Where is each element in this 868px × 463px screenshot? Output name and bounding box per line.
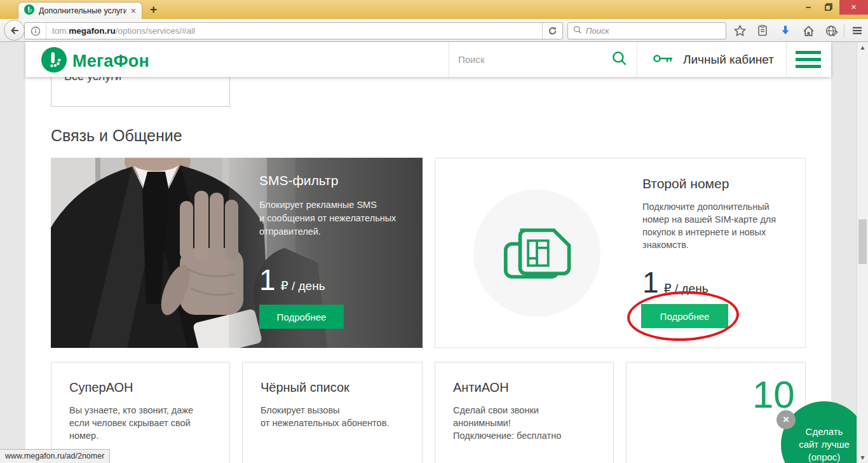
home-icon[interactable] xyxy=(797,24,820,38)
bookmarks-list-icon[interactable] xyxy=(751,24,774,37)
second-number-title: Второй номер xyxy=(642,176,789,191)
browser-tab[interactable]: Дополнительные услуги — × xyxy=(18,2,142,19)
search-icon xyxy=(573,25,582,37)
antiaon-description: Сделай свои звонки анонимными! Подключен… xyxy=(453,404,613,442)
scrollbar-down-arrow[interactable]: ▼ xyxy=(857,454,868,461)
blacklist-title: Чёрный список xyxy=(261,380,422,395)
card-sms-filter[interactable]: SMS-фильтр Блокирует рекламные SMS и соо… xyxy=(51,158,423,348)
personal-account-label: Личный кабинет xyxy=(683,53,774,67)
browser-search-placeholder: Поиск xyxy=(586,26,609,36)
card-superaon[interactable]: СуперАОН Вы узнаете, кто звонит, даже ес… xyxy=(51,362,230,463)
card-second-number[interactable]: Второй номер Подключите дополнительный н… xyxy=(435,158,806,348)
site-wrapper: МегаФон Поиск Личный кабинет Все услуги xyxy=(25,42,831,463)
browser-toolbar-icons xyxy=(728,19,868,42)
site-search-icon[interactable] xyxy=(611,50,628,69)
antiaon-title: АнтиАОН xyxy=(453,380,613,395)
card-antiaon[interactable]: АнтиАОН Сделай свои звонки анонимными! П… xyxy=(435,362,614,463)
second-number-description: Подключите дополнительный номер на вашей… xyxy=(642,200,789,251)
sms-card-title: SMS-фильтр xyxy=(259,173,418,188)
megafon-logo-icon xyxy=(41,47,67,75)
site-menu-hamburger-icon[interactable] xyxy=(796,51,821,68)
tab-favicon-megafon-icon xyxy=(24,4,34,17)
megafon-logo-text: МегаФон xyxy=(72,52,149,71)
card-blacklist[interactable]: Чёрный список Блокирует вызовы от нежела… xyxy=(242,362,423,463)
url-bar[interactable]: tom.megafon.ru/options/services/#all xyxy=(24,22,563,39)
site-search-placeholder: Поиск xyxy=(458,54,611,65)
browser-titlebar: Дополнительные услуги — × + – × xyxy=(0,0,868,19)
sms-card-price: 1 ₽ / день xyxy=(259,263,325,297)
page-scrollbar[interactable]: ▲ ▼ xyxy=(857,42,868,463)
section-title: Связь и Общение xyxy=(51,127,182,145)
all-services-dropdown[interactable]: Все услуги xyxy=(51,75,230,107)
second-number-price: 1 ₽ / день xyxy=(642,265,709,300)
megafon-logo[interactable]: МегаФон xyxy=(41,47,149,75)
new-tab-button[interactable]: + xyxy=(150,3,157,17)
sms-card-description: Блокирует рекламные SMS и сообщения от н… xyxy=(259,198,418,238)
page-viewport: МегаФон Поиск Личный кабинет Все услуги xyxy=(0,42,868,463)
page-actions-globe-icon[interactable] xyxy=(820,24,843,38)
tab-title: Дополнительные услуги — xyxy=(39,6,126,15)
survey-close-button[interactable]: × xyxy=(776,410,796,429)
window-minimize-button[interactable]: – xyxy=(799,0,818,12)
sim-icon-circle xyxy=(473,190,600,317)
scrollbar-thumb[interactable] xyxy=(858,219,867,264)
site-info-icon[interactable] xyxy=(25,23,46,39)
second-number-details-button[interactable]: Подробнее xyxy=(641,304,728,328)
toolbar-separator xyxy=(844,24,844,38)
blacklist-description: Блокирует вызовы от нежелательных абонен… xyxy=(261,404,422,429)
reload-button[interactable] xyxy=(542,23,562,39)
status-bar-link: www.megafon.ru/ad/2nomer xyxy=(0,449,110,463)
key-icon xyxy=(653,52,674,67)
browser-navbar: tom.megafon.ru/options/services/#all Пои… xyxy=(0,19,868,42)
bookmark-star-icon[interactable] xyxy=(728,24,751,38)
personal-account-link[interactable]: Личный кабинет xyxy=(637,42,787,77)
window-close-button[interactable]: × xyxy=(839,0,868,15)
sms-card-content: SMS-фильтр Блокирует рекламные SMS и соо… xyxy=(259,173,418,238)
superaon-description: Вы узнаете, кто звонит, даже если челове… xyxy=(69,404,229,442)
window-restore-button[interactable] xyxy=(818,0,839,11)
menu-hamburger-icon[interactable] xyxy=(846,24,868,37)
superaon-title: СуперАОН xyxy=(69,380,229,395)
sim-card-icon xyxy=(496,215,578,291)
scrollbar-up-arrow[interactable]: ▲ xyxy=(857,44,868,51)
tab-close-icon[interactable]: × xyxy=(131,6,136,15)
url-text[interactable]: tom.megafon.ru/options/services/#all xyxy=(46,26,542,36)
back-button[interactable] xyxy=(4,20,25,41)
browser-search-bar[interactable]: Поиск xyxy=(567,22,726,39)
sms-details-button[interactable]: Подробнее xyxy=(259,305,344,329)
downloads-icon[interactable] xyxy=(774,24,797,37)
second-number-content: Второй номер Подключите дополнительный н… xyxy=(642,176,789,251)
site-search-field[interactable]: Поиск xyxy=(449,42,637,77)
site-header: МегаФон Поиск Личный кабинет xyxy=(25,42,831,77)
window-controls: – × xyxy=(799,0,868,15)
